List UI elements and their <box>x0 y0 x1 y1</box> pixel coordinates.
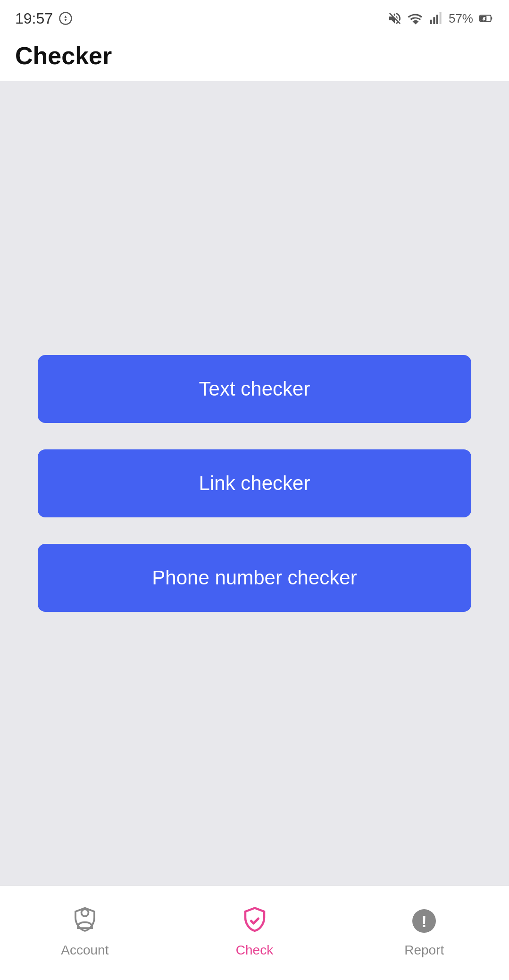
link-checker-button[interactable]: Link checker <box>38 449 471 517</box>
bottom-nav: Account Check ! Report <box>0 886 509 980</box>
svg-rect-3 <box>436 15 438 24</box>
main-content: Text checker Link checker Phone number c… <box>0 81 509 886</box>
location-icon <box>58 11 73 25</box>
report-icon: ! <box>407 904 441 938</box>
status-time: 19:57 <box>15 10 53 27</box>
svg-text:!: ! <box>421 912 427 930</box>
svg-point-0 <box>60 13 72 25</box>
svg-rect-6 <box>491 17 492 19</box>
battery-icon <box>478 11 494 26</box>
account-label: Account <box>61 943 108 958</box>
svg-rect-1 <box>430 20 432 24</box>
phone-checker-button[interactable]: Phone number checker <box>38 544 471 612</box>
check-icon <box>238 904 272 938</box>
nav-item-check[interactable]: Check <box>170 904 340 958</box>
account-icon <box>68 904 102 938</box>
svg-rect-4 <box>440 12 442 24</box>
app-title: Checker <box>15 42 494 70</box>
battery-percent: 57% <box>449 11 473 26</box>
status-icons: 57% <box>387 11 494 26</box>
signal-icon <box>429 11 444 26</box>
report-label: Report <box>404 943 444 958</box>
mute-icon <box>387 11 402 26</box>
buttons-section: Text checker Link checker Phone number c… <box>38 355 471 612</box>
nav-item-report[interactable]: ! Report <box>339 904 509 958</box>
check-label: Check <box>236 943 273 958</box>
svg-rect-2 <box>433 17 435 24</box>
wifi-icon <box>407 11 424 26</box>
status-time-group: 19:57 <box>15 10 73 27</box>
status-bar: 19:57 57% <box>0 0 509 34</box>
app-bar: Checker <box>0 34 509 81</box>
nav-item-account[interactable]: Account <box>0 904 170 958</box>
text-checker-button[interactable]: Text checker <box>38 355 471 423</box>
